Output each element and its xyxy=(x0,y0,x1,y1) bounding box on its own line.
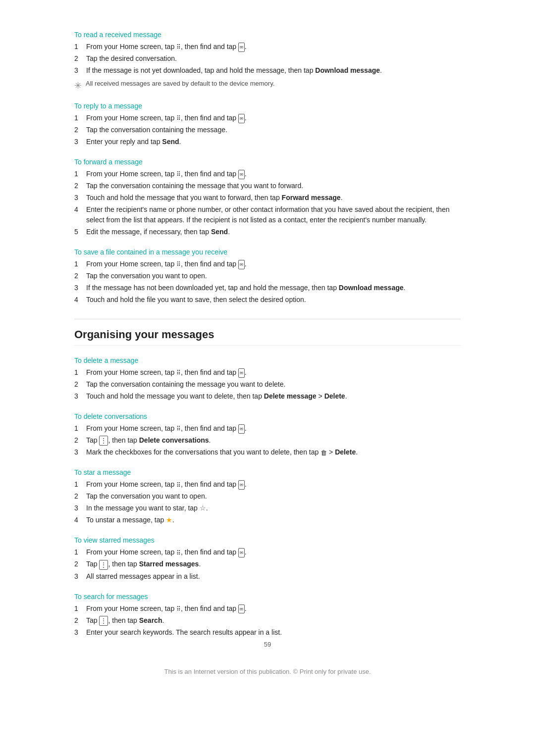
step-item: 3 Touch and hold the message you want to… xyxy=(74,391,461,402)
section-search-messages: To search for messages 1 From your Home … xyxy=(74,593,461,638)
step-text: From your Home screen, tap ⠿, then find … xyxy=(86,259,461,269)
section-divider xyxy=(74,319,461,319)
apps-icon: ⠿ xyxy=(176,424,181,433)
page-number: 59 xyxy=(74,641,461,648)
step-text: If the message is not yet downloaded, ta… xyxy=(86,65,461,76)
step-text: Touch and hold the file you want to save… xyxy=(86,295,461,305)
section-reply-message: To reply to a message 1 From your Home s… xyxy=(74,102,461,147)
tip-box: ✳ All received messages are saved by def… xyxy=(74,80,461,91)
messaging-icon: ✉ xyxy=(238,480,245,490)
step-text: All starred messages appear in a list. xyxy=(86,571,461,582)
page-content: To read a received message 1 From your H… xyxy=(74,0,461,705)
organising-header: Organising your messages xyxy=(74,328,461,346)
menu-icon: ⋮ xyxy=(99,616,108,626)
step-number: 1 xyxy=(74,423,86,434)
step-item: 2 Tap ⋮, then tap Delete conversations. xyxy=(74,435,461,446)
step-item: 1 From your Home screen, tap ⠿, then fin… xyxy=(74,367,461,378)
step-text: Tap ⋮, then tap Search. xyxy=(86,615,461,626)
step-text: Tap the desired conversation. xyxy=(86,53,461,64)
step-text: Tap the conversation containing the mess… xyxy=(86,125,461,135)
step-number: 1 xyxy=(74,547,86,557)
section-title-reply: To reply to a message xyxy=(74,102,461,110)
steps-search-messages: 1 From your Home screen, tap ⠿, then fin… xyxy=(74,604,461,638)
step-number: 2 xyxy=(74,379,86,390)
step-text: Enter your search keywords. The search r… xyxy=(86,627,461,638)
step-number: 2 xyxy=(74,271,86,281)
apps-icon: ⠿ xyxy=(176,549,181,557)
step-item: 5 Edit the message, if necessary, then t… xyxy=(74,227,461,237)
tip-icon: ✳ xyxy=(74,80,82,91)
step-text: Mark the checkboxes for the conversation… xyxy=(86,447,461,457)
step-item: 3 If the message has not been downloaded… xyxy=(74,283,461,293)
step-number: 2 xyxy=(74,53,86,64)
section-title-star-message: To star a message xyxy=(74,468,461,476)
section-delete-conversations: To delete conversations 1 From your Home… xyxy=(74,412,461,457)
step-item: 3 Mark the checkboxes for the conversati… xyxy=(74,447,461,457)
section-delete-message: To delete a message 1 From your Home scr… xyxy=(74,356,461,402)
section-view-starred: To view starred messages 1 From your Hom… xyxy=(74,536,461,581)
step-item: 3 Enter your reply and tap Send. xyxy=(74,137,461,147)
step-item: 4 Enter the recipient's name or phone nu… xyxy=(74,204,461,225)
tip-text: All received messages are saved by defau… xyxy=(86,80,274,87)
steps-view-starred: 1 From your Home screen, tap ⠿, then fin… xyxy=(74,547,461,581)
step-text: Tap the conversation you want to open. xyxy=(86,271,461,281)
apps-icon: ⠿ xyxy=(176,114,181,123)
section-title-delete-conversations: To delete conversations xyxy=(74,412,461,420)
section-title-delete-message: To delete a message xyxy=(74,356,461,364)
step-text: Enter the recipient's name or phone numb… xyxy=(86,204,461,225)
step-number: 1 xyxy=(74,113,86,123)
step-number: 2 xyxy=(74,181,86,191)
messaging-icon: ✉ xyxy=(238,424,245,434)
messaging-icon: ✉ xyxy=(238,605,245,614)
step-number: 1 xyxy=(74,169,86,179)
step-item: 3 If the message is not yet downloaded, … xyxy=(74,65,461,76)
step-number: 3 xyxy=(74,391,86,402)
messaging-icon: ✉ xyxy=(238,114,245,123)
step-text: Tap the conversation you want to open. xyxy=(86,491,461,502)
step-number: 4 xyxy=(74,295,86,305)
step-text: Edit the message, if necessary, then tap… xyxy=(86,227,461,237)
messaging-icon: ✉ xyxy=(238,260,245,269)
section-star-message: To star a message 1 From your Home scree… xyxy=(74,468,461,525)
step-number: 3 xyxy=(74,571,86,582)
step-text: Touch and hold the message you want to d… xyxy=(86,391,461,402)
step-item: 1 From your Home screen, tap ⠿, then fin… xyxy=(74,113,461,123)
step-item: 2 Tap the conversation containing the me… xyxy=(74,181,461,191)
steps-read-received: 1 From your Home screen, tap ⠿, then fin… xyxy=(74,42,461,76)
step-text: If the message has not been downloaded y… xyxy=(86,283,461,293)
step-number: 2 xyxy=(74,435,86,446)
steps-delete-message: 1 From your Home screen, tap ⠿, then fin… xyxy=(74,367,461,402)
step-number: 3 xyxy=(74,627,86,638)
section-title-save-file: To save a file contained in a message yo… xyxy=(74,248,461,256)
menu-icon: ⋮ xyxy=(99,436,108,446)
section-title-search-messages: To search for messages xyxy=(74,593,461,601)
step-item: 2 Tap the conversation you want to open. xyxy=(74,271,461,281)
step-text: To unstar a message, tap ★. xyxy=(86,515,461,525)
step-item: 2 Tap the desired conversation. xyxy=(74,53,461,64)
step-number: 1 xyxy=(74,367,86,378)
apps-icon: ⠿ xyxy=(176,481,181,490)
steps-reply: 1 From your Home screen, tap ⠿, then fin… xyxy=(74,113,461,147)
step-number: 2 xyxy=(74,559,86,569)
step-item: 3 Touch and hold the message that you wa… xyxy=(74,193,461,203)
step-item: 3 Enter your search keywords. The search… xyxy=(74,627,461,638)
messaging-icon: ✉ xyxy=(238,170,245,179)
section-title-forward: To forward a message xyxy=(74,158,461,166)
step-number: 1 xyxy=(74,259,86,269)
step-item: 4 To unstar a message, tap ★. xyxy=(74,515,461,525)
step-item: 1 From your Home screen, tap ⠿, then fin… xyxy=(74,604,461,614)
section-title-read-received: To read a received message xyxy=(74,31,461,39)
step-text: Touch and hold the message that you want… xyxy=(86,193,461,203)
step-number: 3 xyxy=(74,137,86,147)
step-item: 1 From your Home screen, tap ⠿, then fin… xyxy=(74,259,461,269)
step-item: 1 From your Home screen, tap ⠿, then fin… xyxy=(74,547,461,557)
step-text: From your Home screen, tap ⠿, then find … xyxy=(86,423,461,434)
step-text: From your Home screen, tap ⠿, then find … xyxy=(86,113,461,123)
step-text: From your Home screen, tap ⠿, then find … xyxy=(86,42,461,52)
step-number: 3 xyxy=(74,447,86,457)
step-item: 2 Tap ⋮, then tap Search. xyxy=(74,615,461,626)
step-text: From your Home screen, tap ⠿, then find … xyxy=(86,604,461,614)
step-item: 2 Tap the conversation you want to open. xyxy=(74,491,461,502)
step-number: 3 xyxy=(74,193,86,203)
star-filled-icon: ★ xyxy=(166,516,172,524)
